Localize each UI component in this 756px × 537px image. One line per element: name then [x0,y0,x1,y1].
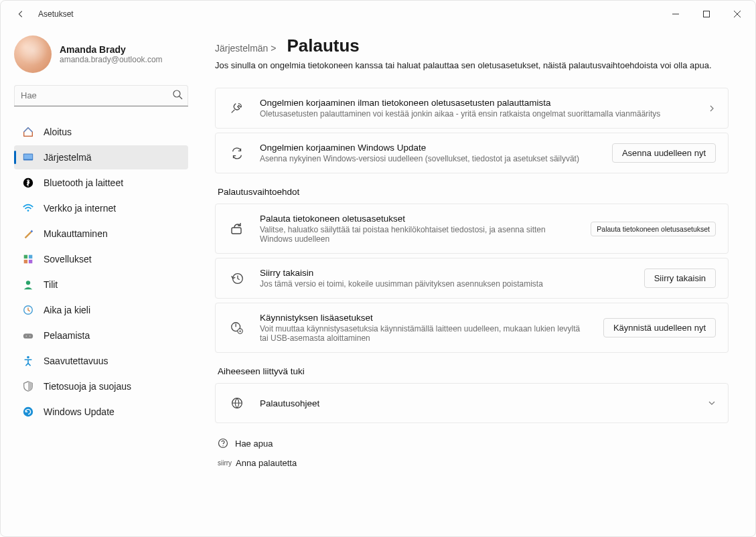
svg-line-3 [179,96,182,99]
sync-icon [228,146,246,161]
card-desc: Oletusasetusten palauttaminen voi kestää… [260,109,694,119]
back-button[interactable] [13,6,29,22]
card-title: Ongelmien korjaaminen Windows Update [260,143,599,153]
svg-point-17 [27,356,29,359]
wifi-icon [22,202,34,214]
card-desc: Jos tämä versio ei toimi, kokeile uusimm… [260,279,631,289]
system-icon [22,151,34,163]
nav-label: Aloitus [44,127,72,137]
history-icon [228,271,246,286]
breadcrumb: Järjestelmän > Palautus [215,35,729,56]
card-desc: Valitse, haluatko säilyttää tai poistaa … [260,225,577,244]
nav-label: Pelaamista [44,330,90,341]
svg-point-2 [173,90,180,97]
nav-label: Aika ja kieli [44,305,90,315]
svg-rect-5 [24,155,33,159]
page-title: Palautus [287,35,359,56]
card-windows-update-fix: Ongelmien korjaaminen Windows Update Ase… [215,133,729,173]
profile-block[interactable]: Amanda Brady amanda.brady@outlook.com [14,35,188,73]
bluetooth-icon [22,177,34,189]
nav-system[interactable]: Järjestelmä [14,145,188,169]
nav-network[interactable]: Verkko ja internet [14,196,188,220]
chevron-right-icon [708,104,716,112]
minimize-button[interactable] [660,1,691,27]
card-reset-pc: Palauta tietokoneen oletusasetukset Vali… [215,204,729,254]
close-button[interactable] [722,1,753,27]
profile-email: amanda.brady@outlook.com [60,55,163,64]
nav-gaming[interactable]: Pelaamista [14,323,188,348]
card-title: Palautusohjeet [260,398,694,408]
card-troubleshoot[interactable]: Ongelmien korjaaminen ilman tietokoneen … [215,88,729,129]
svg-point-12 [26,281,30,285]
card-advanced-startup: Käynnistyksen lisäasetukset Voit muuttaa… [215,303,729,353]
accessibility-icon [22,355,34,367]
clock-icon [22,304,34,316]
wrench-icon [228,101,246,116]
avatar [14,35,52,73]
nav-update[interactable]: Windows Update [14,400,188,424]
nav-home[interactable]: Aloitus [14,120,188,144]
feedback-label: Anna palautetta [236,458,297,468]
section-support-title: Aiheeseen liittyvä tuki [218,366,729,376]
svg-point-15 [25,335,27,337]
svg-rect-10 [24,260,27,263]
section-recovery-title: Palautusvaihtoehdot [218,187,729,197]
get-help-link[interactable]: Hae apua [218,438,729,449]
help-icon [218,438,228,449]
reset-pc-button[interactable]: Palauta tietokoneen oletusasetukset [591,222,716,236]
svg-rect-19 [232,228,241,234]
card-title: Ongelmien korjaaminen ilman tietokoneen … [260,98,694,108]
feedback-prefix: siirry [218,459,232,467]
chevron-down-icon [708,399,716,407]
card-title: Käynnistyksen lisäasetukset [260,313,590,323]
svg-rect-8 [24,255,27,258]
card-go-back: Siirry takaisin Jos tämä versio ei toimi… [215,258,729,299]
nav-label: Windows Update [44,406,115,417]
breadcrumb-parent[interactable]: Järjestelmän > [215,43,276,54]
nav-label: Bluetooth ja laitteet [44,177,123,188]
card-desc: Voit muuttaa käynnistysasetuksia käynnis… [260,324,590,343]
nav-apps[interactable]: Sovellukset [14,247,188,271]
nav-accessibility[interactable]: Saavutettavuus [14,349,188,373]
profile-name: Amanda Brady [60,44,163,55]
nav-label: Tietosuoja ja suojaus [44,381,131,392]
search-input[interactable] [14,85,188,106]
svg-point-26 [222,445,223,446]
svg-rect-14 [23,333,33,338]
svg-point-18 [23,407,33,416]
shield-icon [22,380,34,392]
nav-label: Verkko ja internet [44,203,116,214]
home-icon [22,126,34,138]
card-title: Siirry takaisin [260,268,631,278]
maximize-button[interactable] [691,1,722,27]
svg-rect-9 [29,255,32,258]
gamepad-icon [22,329,34,341]
card-recovery-help[interactable]: Palautusohjeet [215,383,729,423]
globe-icon [228,396,246,410]
nav-label: Mukauttaminen [44,228,108,239]
svg-point-23 [239,330,240,331]
nav-personalization[interactable]: Mukauttaminen [14,222,188,246]
give-feedback-link[interactable]: siirry Anna palautetta [218,458,729,468]
nav-time[interactable]: Aika ja kieli [14,298,188,322]
reinstall-now-button[interactable]: Asenna uudelleen nyt [612,143,716,163]
apps-icon [22,253,34,265]
get-help-label: Hae apua [235,439,273,449]
update-icon [22,406,34,418]
svg-point-7 [27,210,29,212]
nav-label: Sovellukset [44,254,92,264]
card-title: Palauta tietokoneen oletusasetukset [260,214,577,224]
person-icon [22,279,34,291]
svg-rect-1 [704,11,710,17]
restart-now-button[interactable]: Käynnistä uudelleen nyt [603,318,716,337]
nav-label: Järjestelmä [44,152,92,163]
nav-bluetooth[interactable]: Bluetooth ja laitteet [14,171,188,195]
svg-rect-11 [29,260,32,263]
power-gear-icon [228,321,246,335]
nav-accounts[interactable]: Tilit [14,273,188,297]
nav-label: Saavutettavuus [44,356,108,366]
reset-pc-icon [228,221,246,237]
nav-privacy[interactable]: Tietosuoja ja suojaus [14,374,188,398]
intro-text: Jos sinulla on ongelmia tietokoneen kans… [215,60,729,70]
go-back-button[interactable]: Siirry takaisin [644,268,716,288]
